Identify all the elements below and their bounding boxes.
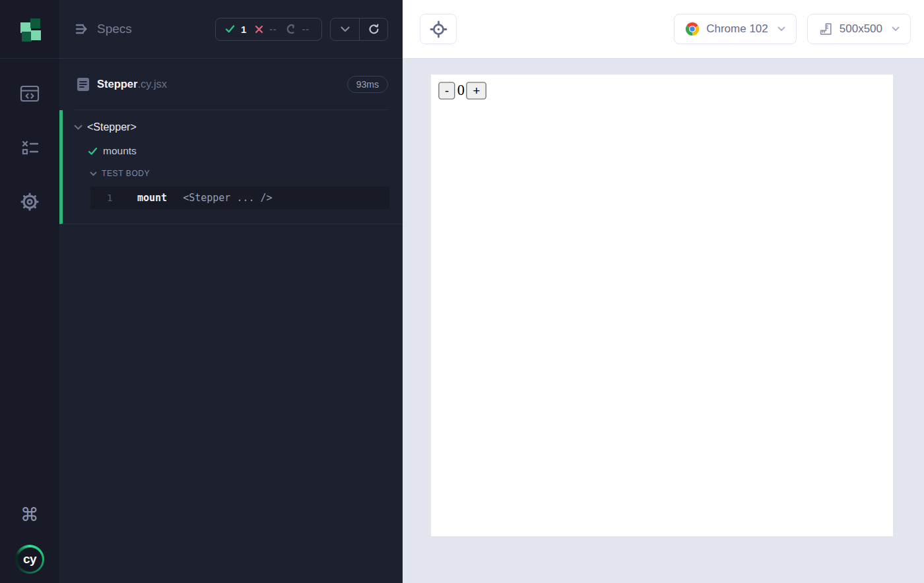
spec-file-basename: Stepper	[97, 78, 137, 90]
crosshair-target-icon	[430, 20, 447, 38]
runner-header: Chrome 102	[403, 0, 924, 59]
viewport-size-selector[interactable]: 500x500	[807, 14, 911, 44]
test-passed-check-icon	[88, 147, 98, 156]
component-under-test: -0+	[431, 75, 893, 536]
command-log-row[interactable]: 1 mount <Stepper ... />	[90, 187, 389, 209]
collapse-all-button[interactable]	[331, 18, 359, 40]
active-spec-results: <Stepper> mounts TEST BODY 1	[59, 110, 403, 224]
cypress-logo[interactable]: cy	[15, 545, 44, 574]
specs-panel-title: Specs	[97, 22, 132, 36]
reporter-button-group	[330, 18, 388, 41]
pending-count: --	[302, 24, 310, 34]
test-results-list-icon	[20, 139, 40, 156]
runner-area: Chrome 102	[403, 0, 924, 583]
chevron-down-icon	[341, 26, 350, 32]
spec-duration-badge: 93ms	[347, 76, 388, 93]
sidebar: ⌘ cy	[0, 0, 59, 583]
keyboard-shortcuts-button[interactable]: ⌘	[18, 504, 41, 526]
spec-file-name: Stepper.cy.jsx	[97, 78, 167, 90]
test-body-label: TEST BODY	[102, 169, 150, 178]
logo-square	[22, 32, 32, 42]
stepper-decrement-button[interactable]: -	[438, 82, 455, 100]
failed-count: --	[269, 24, 277, 34]
rerun-button[interactable]	[359, 18, 387, 40]
sidebar-header	[0, 0, 59, 59]
reporter-panel: Specs 1 --	[59, 0, 403, 583]
cypress-app-logo-icon	[16, 16, 43, 42]
cypress-app: ⌘ cy Specs	[0, 0, 924, 583]
runner-stage: -0+	[403, 59, 924, 583]
failed-x-icon	[255, 25, 263, 34]
test-title: mounts	[103, 145, 137, 157]
spec-file-extension: .cy.jsx	[137, 78, 167, 90]
stepper-value: 0	[457, 82, 465, 98]
refresh-icon	[368, 24, 380, 35]
chevron-down-icon	[74, 125, 82, 130]
logo-square	[31, 30, 41, 40]
selector-playground-button[interactable]	[420, 14, 457, 44]
cypress-logo-text: cy	[18, 547, 42, 572]
run-stats: 1 -- --	[215, 18, 322, 41]
ruler-icon	[818, 22, 833, 36]
specs-menu-arrow-icon	[75, 21, 90, 37]
sidebar-nav	[18, 82, 41, 213]
browser-selector-label: Chrome 102	[706, 22, 768, 36]
command-method: mount	[137, 192, 167, 204]
browser-code-icon	[20, 85, 40, 102]
test-row[interactable]: mounts	[63, 138, 403, 164]
runner-header-right: Chrome 102	[674, 14, 911, 44]
chevron-down-icon	[892, 26, 900, 32]
sidebar-item-runs[interactable]	[18, 137, 41, 159]
stepper-increment-button[interactable]: +	[467, 82, 486, 100]
pending-running-icon	[286, 24, 296, 34]
gear-icon	[20, 192, 40, 212]
suite-title: <Stepper>	[87, 121, 137, 133]
reporter-header: Specs 1 --	[59, 0, 403, 59]
chevron-down-icon	[90, 171, 97, 176]
chrome-browser-icon	[685, 22, 700, 36]
suite-row[interactable]: <Stepper>	[63, 117, 403, 138]
viewport-size-label: 500x500	[840, 22, 882, 36]
sidebar-item-specs[interactable]	[18, 82, 41, 105]
spec-file-row[interactable]: Stepper.cy.jsx 93ms	[59, 59, 403, 109]
reporter-controls: 1 -- --	[215, 18, 388, 41]
browser-selector[interactable]: Chrome 102	[674, 14, 797, 44]
specs-title-wrap[interactable]: Specs	[75, 21, 132, 37]
chevron-down-icon	[777, 26, 785, 32]
passed-check-icon	[225, 24, 235, 34]
test-body-section-row[interactable]: TEST BODY	[63, 164, 403, 183]
logo-square	[30, 18, 40, 28]
command-message: <Stepper ... />	[183, 192, 272, 204]
spec-document-icon	[77, 77, 90, 92]
app-under-test-viewport: -0+	[431, 75, 893, 536]
passed-count: 1	[241, 24, 246, 35]
sidebar-item-settings[interactable]	[18, 191, 41, 213]
command-number: 1	[107, 193, 116, 203]
sidebar-bottom: ⌘ cy	[15, 504, 44, 583]
reporter-empty-area	[59, 224, 403, 583]
command-key-icon: ⌘	[20, 506, 39, 524]
